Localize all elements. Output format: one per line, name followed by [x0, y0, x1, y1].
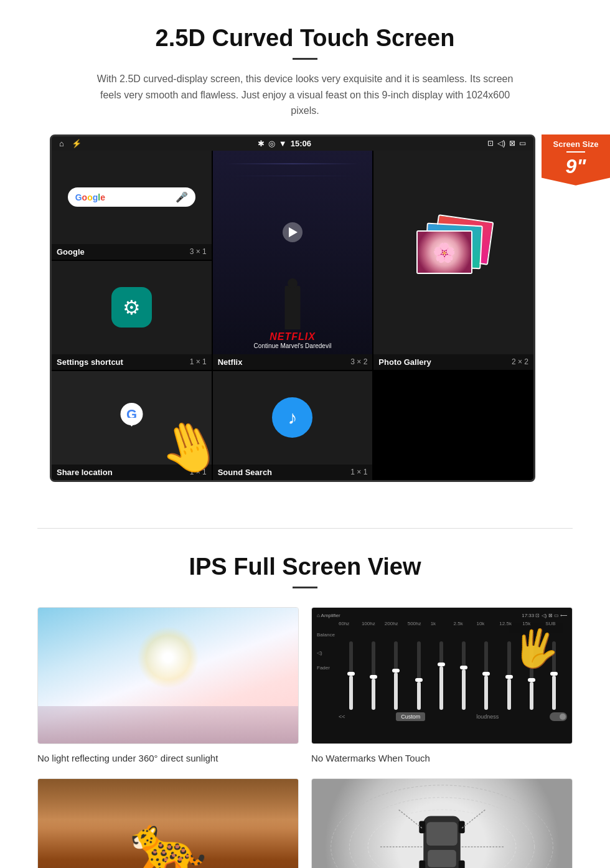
google-search-bar[interactable]: Google 🎤 — [68, 187, 195, 207]
netflix-app-name: Netflix — [218, 357, 243, 367]
share-location-app-cell[interactable]: G 🤚 Share location 1 × 1 — [52, 371, 212, 480]
feature-viewing-angle-image — [311, 778, 573, 868]
settings-app-size: 1 × 1 — [190, 357, 207, 366]
settings-label-row: Settings shortcut 1 × 1 — [52, 354, 212, 370]
section1-title: 2.5D Curved Touch Screen — [37, 25, 573, 52]
section2-title: IPS Full Screen View — [37, 554, 573, 580]
bluetooth-icon: ✱ — [258, 139, 265, 148]
page-separator — [37, 528, 573, 529]
section2-divider — [293, 587, 317, 588]
eq-bar-6 — [453, 641, 474, 710]
sound-search-app-name: Sound Search — [218, 468, 272, 477]
netflix-play-button[interactable] — [283, 222, 303, 242]
svg-line-14 — [462, 809, 486, 828]
cheetah-emoji: 🐆 — [129, 810, 207, 868]
play-triangle-icon — [289, 227, 298, 237]
feature-fast-response: 🐆 Super Fast Response — [37, 778, 299, 868]
status-center: ✱ ◎ ▼ 15:06 — [258, 139, 311, 148]
svg-line-13 — [399, 809, 423, 828]
eq-bar-7 — [476, 641, 497, 710]
status-right: ⊡ ◁) ⊠ ▭ — [487, 139, 526, 148]
section1-description: With 2.5D curved-display screen, this de… — [87, 71, 523, 119]
cheetah-bg: 🐆 — [38, 779, 298, 868]
eq-bar-5 — [431, 641, 451, 710]
svg-rect-11 — [419, 861, 425, 868]
settings-app-cell[interactable]: ⚙ Settings shortcut 1 × 1 — [52, 261, 212, 370]
badge-size: 9" — [548, 155, 604, 178]
ips-section: IPS Full Screen View No light reflecting… — [0, 554, 610, 868]
wifi-icon: ▼ — [279, 139, 287, 148]
netflix-overlay: NETFLIX Continue Marvel's Daredevil — [213, 326, 373, 354]
sound-search-icon-bg: ♪ — [272, 397, 312, 438]
svg-rect-9 — [419, 821, 425, 833]
x-status-icon: ⊠ — [509, 139, 515, 148]
screen-size-badge: Screen Size 9" — [542, 134, 610, 186]
sound-search-app-size: 1 × 1 — [350, 468, 367, 476]
status-time: 15:06 — [291, 139, 311, 148]
feature-watermark: ⌂ Amplifier 17:33 ⊡ ◁) ⊠ ▭ ⟵ 60hz100hz20… — [311, 607, 573, 766]
feature-grid: No light reflecting under 360° direct su… — [37, 607, 573, 868]
netflix-logo: NETFLIX — [218, 331, 368, 342]
feature-sunlight-image — [37, 607, 299, 744]
feature-viewing-angle: Large Viewing Angle — [311, 778, 573, 868]
settings-icon-bg: ⚙ — [111, 287, 152, 328]
window-status-icon: ▭ — [519, 139, 526, 148]
netflix-app-cell[interactable]: NETFLIX Continue Marvel's Daredevil Netf… — [213, 151, 373, 370]
feature-fast-response-image: 🐆 — [37, 778, 299, 868]
device-mockup: ⌂ ⚡ ✱ ◎ ▼ 15:06 ⊡ ◁) ⊠ ▭ — [50, 134, 560, 482]
eq-brand: ⌂ Amplifier — [317, 613, 340, 618]
car-viewing-arcs — [312, 779, 572, 868]
badge-unit: " — [576, 155, 586, 177]
location-icon: ◎ — [268, 139, 275, 148]
sun-glow — [137, 626, 199, 689]
sound-search-label-row: Sound Search 1 × 1 — [213, 465, 373, 480]
svg-rect-12 — [459, 861, 465, 868]
eq-bar-2 — [363, 641, 383, 710]
eq-topbar: ⌂ Amplifier 17:33 ⊡ ◁) ⊠ ▭ ⟵ — [317, 613, 567, 618]
google-cell-inner: Google 🎤 — [52, 151, 212, 244]
photo-card-front: 🌸 — [416, 230, 472, 274]
google-app-cell[interactable]: Google 🎤 Google 3 × 1 — [52, 151, 212, 260]
sky-background — [38, 608, 298, 743]
settings-cell-inner: ⚙ — [52, 261, 212, 354]
camera-status-icon: ⊡ — [487, 139, 494, 148]
status-bar: ⌂ ⚡ ✱ ◎ ▼ 15:06 ⊡ ◁) ⊠ ▭ — [52, 136, 533, 151]
home-icon: ⌂ — [59, 139, 64, 148]
share-location-app-name: Share location — [57, 468, 113, 477]
netflix-app-size: 3 × 2 — [350, 357, 367, 366]
share-location-inner: G 🤚 — [52, 371, 212, 465]
touch-screen-section: 2.5D Curved Touch Screen With 2.5D curve… — [0, 0, 610, 503]
svg-rect-7 — [426, 822, 458, 846]
google-app-size: 3 × 1 — [190, 247, 207, 256]
eq-time: 17:33 ⊡ ◁) ⊠ ▭ ⟵ — [522, 613, 567, 618]
photo-gallery-app-size: 2 × 2 — [512, 357, 528, 366]
equalizer-bg: ⌂ Amplifier 17:33 ⊡ ◁) ⊠ ▭ ⟵ 60hz100hz20… — [312, 608, 572, 743]
eq-bar-1 — [340, 641, 361, 710]
sound-search-app-cell[interactable]: ♪ Sound Search 1 × 1 — [213, 371, 373, 480]
eq-bar-3 — [386, 641, 406, 710]
google-logo: Google — [75, 192, 105, 202]
music-note-icon: ♪ — [288, 407, 297, 428]
status-left: ⌂ ⚡ — [59, 139, 82, 148]
svg-rect-10 — [459, 821, 465, 833]
settings-gear-icon: ⚙ — [123, 296, 141, 319]
google-mic-icon: 🎤 — [176, 191, 188, 203]
feature-sunlight-label: No light reflecting under 360° direct su… — [37, 750, 299, 766]
photo-gallery-app-cell[interactable]: 🌸 Photo Gallery 2 × 2 — [373, 151, 533, 370]
netflix-label-row: Netflix 3 × 2 — [213, 354, 373, 370]
app-grid: Google 🎤 Google 3 × 1 — [52, 151, 533, 480]
photo-stack: 🌸 — [416, 218, 491, 286]
google-label-row: Google 3 × 1 — [52, 244, 212, 260]
eq-bar-4 — [408, 641, 429, 710]
feature-watermark-label: No Watermarks When Touch — [311, 750, 573, 766]
usb-icon: ⚡ — [72, 139, 82, 148]
flower-image: 🌸 — [418, 232, 471, 273]
photo-gallery-app-name: Photo Gallery — [378, 357, 431, 367]
device-screen: ⌂ ⚡ ✱ ◎ ▼ 15:06 ⊡ ◁) ⊠ ▭ — [50, 134, 535, 482]
sound-search-inner: ♪ — [213, 371, 373, 465]
photo-gallery-inner: 🌸 — [373, 151, 533, 354]
google-maps-icon: G — [115, 400, 149, 435]
car-bg — [312, 779, 572, 868]
feature-watermark-image: ⌂ Amplifier 17:33 ⊡ ◁) ⊠ ▭ ⟵ 60hz100hz20… — [311, 607, 573, 744]
section1-divider — [293, 58, 317, 60]
